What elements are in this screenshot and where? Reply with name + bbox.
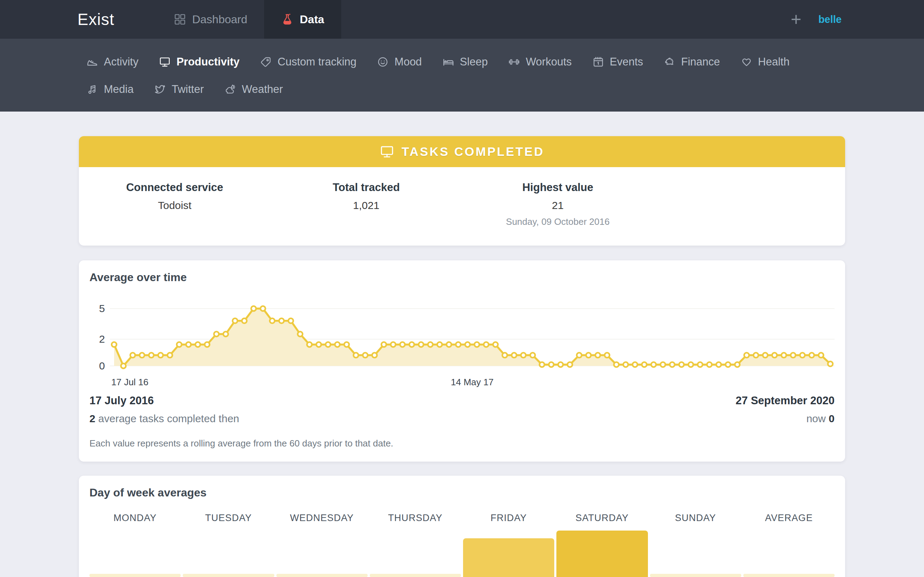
data-point[interactable] — [614, 362, 619, 367]
data-point[interactable] — [437, 342, 442, 347]
week-bar-monday[interactable] — [89, 574, 181, 577]
data-point[interactable] — [354, 353, 359, 358]
week-bar-average[interactable] — [743, 574, 835, 577]
data-point[interactable] — [307, 342, 312, 347]
data-point[interactable] — [130, 353, 135, 358]
subnav-item-sleep[interactable]: Sleep — [442, 56, 488, 68]
data-point[interactable] — [205, 342, 210, 347]
data-point[interactable] — [419, 342, 423, 347]
subnav-item-twitter[interactable]: Twitter — [154, 83, 204, 96]
data-point[interactable] — [288, 318, 293, 323]
data-point[interactable] — [391, 342, 396, 347]
data-point[interactable] — [763, 353, 768, 358]
data-point[interactable] — [149, 353, 154, 358]
main-nav-tab-data[interactable]: Data — [264, 0, 341, 39]
data-point[interactable] — [233, 318, 237, 323]
data-point[interactable] — [828, 361, 833, 366]
data-point[interactable] — [707, 362, 712, 367]
data-point[interactable] — [251, 306, 256, 311]
data-point[interactable] — [260, 306, 265, 311]
subnav-item-media[interactable]: Media — [86, 83, 134, 96]
week-bar-wednesday[interactable] — [276, 574, 368, 577]
week-bar-friday[interactable] — [463, 538, 554, 577]
data-point[interactable] — [111, 342, 116, 347]
data-point[interactable] — [270, 318, 275, 323]
data-point[interactable] — [790, 353, 795, 358]
data-point[interactable] — [428, 342, 433, 347]
data-point[interactable] — [540, 362, 544, 367]
week-bar-thursday[interactable] — [370, 574, 461, 577]
data-point[interactable] — [781, 353, 786, 358]
data-point[interactable] — [632, 362, 637, 367]
main-nav-tab-dashboard[interactable]: Dashboard — [157, 0, 265, 39]
data-point[interactable] — [716, 362, 721, 367]
data-point[interactable] — [596, 353, 600, 358]
subnav-item-mood[interactable]: Mood — [377, 56, 422, 68]
subnav-item-workouts[interactable]: Workouts — [508, 56, 572, 68]
data-point[interactable] — [661, 362, 666, 367]
data-point[interactable] — [530, 353, 535, 358]
data-point[interactable] — [772, 353, 777, 358]
data-point[interactable] — [242, 318, 247, 323]
data-point[interactable] — [279, 318, 284, 323]
data-point[interactable] — [186, 342, 191, 347]
username-link[interactable]: belle — [818, 14, 842, 25]
subnav-item-finance[interactable]: Finance — [664, 56, 720, 68]
data-point[interactable] — [139, 353, 144, 358]
data-point[interactable] — [800, 353, 805, 358]
data-point[interactable] — [223, 332, 228, 337]
subnav-item-custom-tracking[interactable]: Custom tracking — [260, 56, 356, 68]
data-point[interactable] — [577, 353, 582, 358]
data-point[interactable] — [409, 342, 414, 347]
data-point[interactable] — [158, 353, 163, 358]
week-bar-sunday[interactable] — [650, 574, 741, 577]
data-point[interactable] — [502, 353, 507, 358]
data-point[interactable] — [605, 353, 609, 358]
data-point[interactable] — [474, 342, 479, 347]
data-point[interactable] — [372, 353, 377, 358]
data-point[interactable] — [512, 353, 517, 358]
data-point[interactable] — [642, 362, 647, 367]
data-point[interactable] — [744, 353, 749, 358]
data-point[interactable] — [819, 353, 824, 358]
subnav-item-activity[interactable]: Activity — [86, 56, 138, 68]
average-line-chart[interactable] — [110, 300, 835, 373]
app-logo[interactable]: Exist — [0, 0, 115, 39]
week-bar-tuesday[interactable] — [183, 574, 274, 577]
data-point[interactable] — [456, 342, 460, 347]
data-point[interactable] — [558, 362, 563, 367]
data-point[interactable] — [344, 342, 349, 347]
data-point[interactable] — [400, 342, 405, 347]
data-point[interactable] — [809, 353, 814, 358]
add-button[interactable]: + — [791, 10, 801, 29]
data-point[interactable] — [688, 362, 693, 367]
subnav-item-weather[interactable]: Weather — [224, 83, 283, 96]
data-point[interactable] — [335, 342, 340, 347]
data-point[interactable] — [651, 362, 656, 367]
week-bar-saturday[interactable] — [556, 530, 648, 577]
data-point[interactable] — [326, 342, 331, 347]
data-point[interactable] — [549, 362, 554, 367]
data-point[interactable] — [586, 353, 591, 358]
subnav-item-productivity[interactable]: Productivity — [159, 56, 239, 68]
data-point[interactable] — [623, 362, 628, 367]
data-point[interactable] — [177, 342, 182, 347]
subnav-item-events[interactable]: Events — [592, 56, 643, 68]
data-point[interactable] — [195, 342, 200, 347]
data-point[interactable] — [521, 353, 526, 358]
subnav-item-health[interactable]: Health — [741, 56, 790, 68]
data-point[interactable] — [484, 342, 489, 347]
data-point[interactable] — [167, 353, 172, 358]
data-point[interactable] — [754, 353, 759, 358]
data-point[interactable] — [214, 332, 219, 337]
data-point[interactable] — [493, 342, 498, 347]
data-point[interactable] — [725, 362, 730, 367]
data-point[interactable] — [446, 342, 451, 347]
data-point[interactable] — [465, 342, 470, 347]
data-point[interactable] — [121, 363, 126, 368]
data-point[interactable] — [670, 362, 675, 367]
data-point[interactable] — [567, 362, 572, 367]
data-point[interactable] — [698, 362, 703, 367]
data-point[interactable] — [679, 362, 684, 367]
data-point[interactable] — [363, 353, 368, 358]
